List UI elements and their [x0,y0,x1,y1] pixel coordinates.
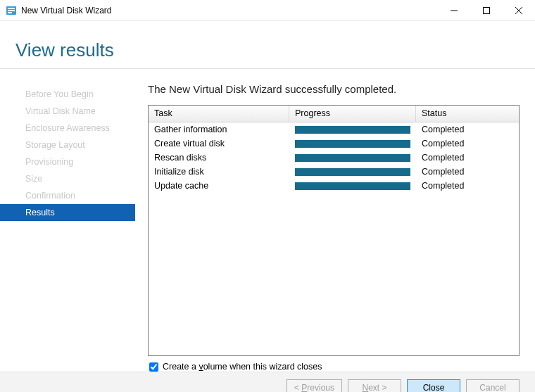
wizard-footer: < Previous Next > Close Cancel [0,372,535,392]
sidebar-item-size[interactable]: Size [0,170,135,187]
title-bar: New Virtual Disk Wizard [0,0,535,21]
sidebar-item-confirmation[interactable]: Confirmation [0,187,135,204]
progress-bar [295,126,410,134]
progress-cell [289,154,416,162]
page-title: View results [15,39,521,61]
window-controls [438,0,535,20]
table-row[interactable]: Gather informationCompleted [149,122,519,137]
app-icon [6,5,17,16]
task-cell: Initialize disk [149,167,289,177]
progress-bar [295,140,410,148]
result-message: The New Virtual Disk Wizard successfully… [148,83,520,95]
table-body: Gather informationCompletedCreate virtua… [149,122,519,193]
create-volume-checkbox-row[interactable]: Create a volume when this wizard closes [148,362,520,372]
task-cell: Update cache [149,181,289,191]
wizard-content: The New Virtual Disk Wizard successfully… [135,69,535,372]
table-header: Task Progress Status [149,106,519,122]
status-cell: Completed [416,181,519,191]
table-row[interactable]: Rescan disksCompleted [149,151,519,165]
wizard-header: View results [0,21,535,69]
status-cell: Completed [416,125,519,134]
status-cell: Completed [416,167,519,177]
table-row[interactable]: Initialize diskCompleted [149,165,519,179]
progress-cell [289,126,416,134]
progress-cell [289,140,416,148]
svg-rect-5 [484,7,490,13]
sidebar-item-storage-layout[interactable]: Storage Layout [0,137,135,153]
progress-bar [295,182,410,190]
col-progress[interactable]: Progress [289,106,416,122]
wizard-body: Before You BeginVirtual Disk NameEnclosu… [0,69,535,372]
table-row[interactable]: Create virtual diskCompleted [149,137,519,151]
cancel-button[interactable]: Cancel [466,379,520,393]
close-button[interactable]: Close [407,379,460,393]
sidebar-item-virtual-disk-name[interactable]: Virtual Disk Name [0,103,135,120]
progress-bar [295,168,410,176]
progress-cell [289,182,416,190]
next-button[interactable]: Next > [348,379,401,393]
close-window-button[interactable] [503,0,535,20]
minimize-button[interactable] [438,0,470,20]
create-volume-checkbox[interactable] [149,362,158,372]
col-task[interactable]: Task [149,106,289,122]
sidebar-item-enclosure-awareness[interactable]: Enclosure Awareness [0,120,135,137]
sidebar-item-before-you-begin[interactable]: Before You Begin [0,86,135,103]
task-cell: Gather information [149,125,289,134]
table-row[interactable]: Update cacheCompleted [149,179,519,193]
wizard-sidebar: Before You BeginVirtual Disk NameEnclosu… [0,69,135,372]
sidebar-item-provisioning[interactable]: Provisioning [0,153,135,170]
progress-bar [295,154,410,162]
svg-rect-2 [8,10,15,11]
svg-rect-3 [8,12,12,13]
svg-rect-1 [8,8,15,9]
col-status[interactable]: Status [416,106,519,122]
task-cell: Create virtual disk [149,139,289,148]
sidebar-item-results[interactable]: Results [0,204,135,221]
progress-cell [289,168,416,176]
maximize-button[interactable] [470,0,503,20]
checkbox-label: Create a volume when this wizard closes [163,362,322,372]
window-title: New Virtual Disk Wizard [21,6,438,15]
previous-button[interactable]: < Previous [287,379,342,393]
status-cell: Completed [416,153,519,163]
status-cell: Completed [416,139,519,148]
results-table: Task Progress Status Gather informationC… [148,105,520,356]
task-cell: Rescan disks [149,153,289,163]
